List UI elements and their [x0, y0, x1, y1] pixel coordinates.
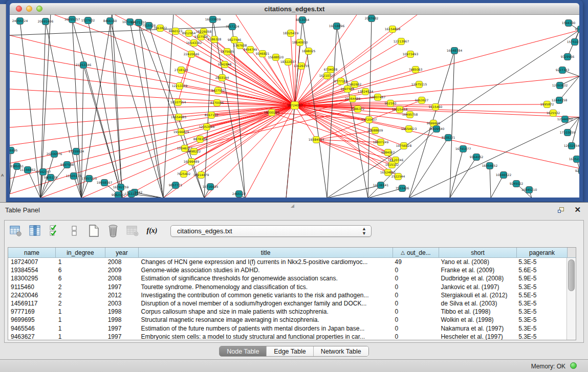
graph-node[interactable]: 7857224	[226, 24, 239, 30]
graph-node[interactable]: 9197588	[60, 162, 74, 168]
graph-node[interactable]: 9684067	[381, 149, 395, 156]
graph-node[interactable]: 2522544	[391, 173, 405, 180]
graph-node[interactable]: 2803144	[215, 75, 229, 81]
network-window-titlebar[interactable]: citations_edges.txt	[10, 3, 579, 15]
graph-node[interactable]: 18807249	[373, 139, 389, 146]
column-header-title[interactable]: title	[139, 248, 393, 258]
delete-column-icon[interactable]	[125, 224, 140, 237]
graph-node[interactable]: 17957225	[81, 176, 97, 182]
graph-node[interactable]: 18107554	[170, 99, 186, 106]
graph-node[interactable]: 12093832	[552, 82, 568, 89]
graph-node[interactable]: 12213359	[172, 83, 188, 90]
graph-node[interactable]: 10025458	[392, 106, 408, 113]
graph-node[interactable]: 8466160	[103, 18, 117, 25]
table-row[interactable]: 977716911998Corpus callosum shape and si…	[8, 308, 567, 316]
column-header-pagerank[interactable]: pagerank	[517, 248, 568, 258]
graph-node[interactable]: 16914479	[193, 172, 209, 179]
network-canvas[interactable]: 1872400718300295193845542405572420691406…	[10, 15, 579, 198]
graph-node[interactable]: 8170046	[210, 100, 224, 106]
column-header-out_de[interactable]: △out_de...	[393, 248, 439, 258]
table-row[interactable]: 946554611997Estimation of the future num…	[8, 324, 567, 333]
graph-node[interactable]: 19756928	[396, 143, 412, 149]
graph-node[interactable]: 1594330	[562, 20, 576, 27]
graph-node[interactable]: 18640910	[292, 39, 308, 46]
graph-node[interactable]: 19166829	[173, 129, 189, 136]
graph-node[interactable]: 12213967	[394, 38, 409, 45]
graph-node[interactable]: 16954652	[482, 163, 498, 169]
graph-node[interactable]: 7663822	[154, 25, 167, 32]
rows-icon[interactable]	[67, 224, 81, 237]
graph-node[interactable]: 21053346	[76, 62, 92, 69]
graph-node[interactable]: 8912954	[182, 30, 196, 37]
delete-table-icon[interactable]	[106, 224, 120, 237]
graph-node[interactable]: 24055724	[12, 18, 28, 25]
graph-node[interactable]: 22420046	[184, 51, 200, 58]
graph-node[interactable]: 9245032	[575, 168, 579, 174]
graph-node[interactable]: 20691406	[38, 18, 54, 25]
table-selector-dropdown[interactable]: citations_edges.txt ▲▼	[170, 225, 372, 237]
function-icon[interactable]: f(x)	[145, 224, 159, 237]
graph-node[interactable]: 16495758	[402, 112, 418, 118]
graph-node[interactable]: 16782759	[113, 184, 129, 191]
tab-edge-table[interactable]: Edge Table	[267, 346, 313, 356]
graph-node[interactable]: 10688609	[367, 127, 383, 134]
graph-node[interactable]: 9327508	[194, 34, 208, 40]
graph-node[interactable]: 19958167	[97, 180, 113, 186]
graph-node[interactable]: 16352217	[569, 156, 579, 163]
graph-node[interactable]: 9164052	[470, 154, 484, 161]
graph-node[interactable]: 8938221	[442, 135, 455, 141]
graph-node[interactable]: 9329966	[561, 54, 575, 60]
table-row[interactable]: 1938455462009Genome-wide association stu…	[8, 266, 567, 274]
graph-node[interactable]: 9463627	[415, 97, 429, 104]
graph-node[interactable]: 7625402	[177, 171, 191, 178]
graph-node[interactable]: 6734028	[324, 67, 338, 73]
table-scrollbar-thumb[interactable]	[568, 259, 575, 291]
graph-node[interactable]: 16210727	[319, 73, 335, 79]
minimize-window-icon[interactable]	[26, 6, 32, 12]
graph-node[interactable]: 2526695	[10, 147, 18, 154]
graph-node[interactable]: 13626155	[294, 63, 310, 70]
graph-node[interactable]: 12032554	[564, 143, 579, 149]
graph-node[interactable]: 18325419	[283, 30, 299, 37]
graph-node[interactable]: 8186328	[208, 36, 222, 43]
graph-node[interactable]: 8860123	[169, 28, 183, 35]
column-header-year[interactable]: year	[105, 248, 139, 258]
graph-node[interactable]: 19654985	[171, 114, 187, 121]
table-settings-icon[interactable]	[9, 224, 23, 237]
graph-node[interactable]: 16648784	[447, 48, 463, 54]
graph-node[interactable]: 16409540	[429, 126, 445, 133]
table-row[interactable]: 2242004622012Investigating the contribut…	[8, 291, 567, 299]
graph-node[interactable]: 1253222	[125, 191, 139, 198]
graph-node[interactable]: 10846522	[496, 172, 512, 179]
graph-node[interactable]: 17103659	[560, 129, 576, 136]
table-row[interactable]: 946362711997Embryonic stem cells: a mode…	[8, 333, 567, 340]
float-panel-icon[interactable]	[558, 207, 565, 214]
graph-node[interactable]: 14138141	[373, 182, 389, 189]
graph-node[interactable]: 9082022	[112, 192, 125, 198]
graph-node[interactable]: 9245022	[510, 181, 524, 187]
column-header-name[interactable]: name	[8, 248, 56, 258]
table-row[interactable]: 911546021997Tourette syndrome. Phenomeno…	[8, 283, 567, 291]
tab-network-table[interactable]: Network Table	[314, 346, 368, 356]
graph-node[interactable]: 19218896	[329, 23, 345, 30]
graph-node[interactable]: 9498222	[187, 148, 201, 155]
graph-node[interactable]: 8267150	[205, 112, 219, 119]
graph-node[interactable]: 20364486	[345, 96, 361, 102]
graph-node[interactable]: 7533426	[396, 185, 409, 192]
close-window-icon[interactable]	[16, 6, 22, 12]
column-header-in_degree[interactable]: in_degree	[56, 248, 105, 258]
graph-node[interactable]: 9857771	[169, 182, 183, 189]
graph-node[interactable]: 7386372	[351, 106, 365, 113]
graph-node[interactable]: 7485063	[409, 67, 423, 73]
table-row[interactable]: 1456911722003Disruption of a novel membe…	[8, 299, 567, 308]
tab-node-table[interactable]: Node Table	[220, 346, 267, 356]
graph-node[interactable]: 11156862	[20, 167, 36, 173]
new-table-icon[interactable]	[86, 224, 101, 237]
graph-node[interactable]: 9146821	[256, 51, 270, 57]
graph-node[interactable]: 9242848	[218, 61, 232, 68]
close-panel-icon[interactable]: ✕	[574, 205, 581, 214]
column-header-short[interactable]: short	[439, 248, 517, 258]
graph-node[interactable]: 16791977	[455, 146, 471, 152]
table-row[interactable]: 969969511998Structural magnetic resonanc…	[8, 316, 567, 324]
graph-node[interactable]: 9427552	[211, 87, 225, 94]
